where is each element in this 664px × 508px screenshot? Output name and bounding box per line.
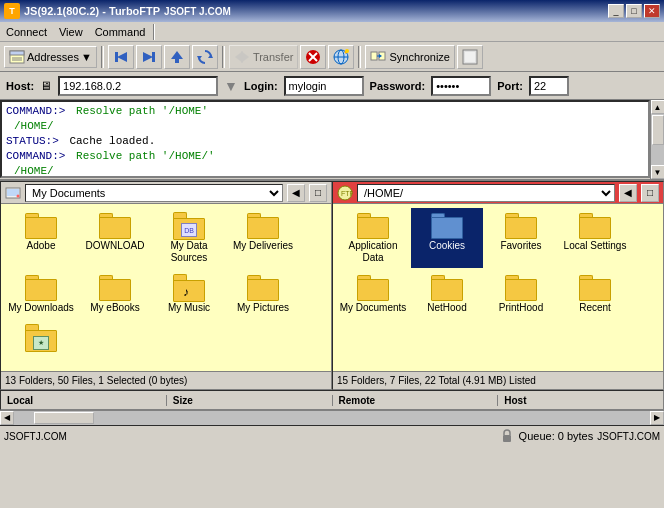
list-item[interactable]: My Documents <box>337 270 409 318</box>
folder-icon <box>247 212 279 240</box>
svg-point-29 <box>17 194 20 197</box>
log-line-5: /HOME/ <box>6 164 644 178</box>
log-line-2: /HOME/ <box>6 119 644 134</box>
folder-icon <box>25 212 57 240</box>
transfer-size-col: Size <box>167 395 333 406</box>
scroll-thumb[interactable] <box>652 115 664 145</box>
local-panel: My Documents ◀ □ Adobe <box>0 181 332 390</box>
folder-icon <box>99 274 131 302</box>
scroll-down-btn[interactable]: ▼ <box>651 165 665 179</box>
hscroll-thumb[interactable] <box>34 412 94 424</box>
list-item[interactable]: PrintHood <box>485 270 557 318</box>
horizontal-scrollbar[interactable]: ◀ ▶ <box>0 410 664 424</box>
up-button[interactable] <box>164 45 190 69</box>
hscroll-left-btn[interactable]: ◀ <box>0 411 14 425</box>
host-input[interactable] <box>58 76 218 96</box>
folder-special-icon: DB <box>173 212 205 240</box>
password-label: Password: <box>370 80 426 92</box>
list-item[interactable]: My Pictures <box>227 270 299 318</box>
stop-button[interactable] <box>300 45 326 69</box>
close-button[interactable]: ✕ <box>644 4 660 18</box>
file-label: NetHood <box>427 302 466 314</box>
remote-panel-btn2[interactable]: □ <box>641 184 659 202</box>
file-label: Application Data <box>339 240 407 264</box>
file-label: Recent <box>579 302 611 314</box>
extra-button[interactable] <box>457 45 483 69</box>
log-scrollbar[interactable]: ▲ ▼ <box>650 100 664 179</box>
port-label: Port: <box>497 80 523 92</box>
list-item[interactable]: DOWNLOAD <box>79 208 151 268</box>
file-label: My Downloads <box>8 302 74 314</box>
addresses-button[interactable]: Addresses ▼ <box>4 46 97 68</box>
local-panel-content: Adobe DOWNLOAD <box>1 204 331 371</box>
log-line-1: COMMAND:> Resolve path '/HOME' <box>6 104 644 119</box>
local-file-grid: Adobe DOWNLOAD <box>5 208 327 356</box>
list-item[interactable]: ★ <box>5 320 77 356</box>
password-input[interactable] <box>431 76 491 96</box>
transfer-host-col: Host <box>498 395 663 406</box>
remote-panel-btn1[interactable]: ◀ <box>619 184 637 202</box>
login-input[interactable] <box>284 76 364 96</box>
list-item[interactable]: My eBooks <box>79 270 151 318</box>
scroll-track <box>651 114 665 165</box>
host-icon: 🖥 <box>40 79 52 93</box>
addresses-icon <box>9 49 25 65</box>
svg-text:FTP: FTP <box>341 190 353 197</box>
back-button[interactable] <box>108 45 134 69</box>
browser-icon <box>333 49 349 65</box>
refresh-button[interactable] <box>192 45 218 69</box>
file-label: My Music <box>168 302 210 314</box>
list-item[interactable]: Local Settings <box>559 208 631 268</box>
forward-button[interactable] <box>136 45 162 69</box>
menu-separator <box>153 24 155 40</box>
host-dropdown-btn[interactable]: ▼ <box>224 78 238 94</box>
toolbar-sep-2 <box>222 46 225 68</box>
log-line-4: COMMAND:> Resolve path '/HOME/' <box>6 149 644 164</box>
synchronize-button[interactable]: Synchronize <box>365 45 455 69</box>
list-item[interactable]: DB My Data Sources <box>153 208 225 268</box>
scroll-up-btn[interactable]: ▲ <box>651 100 665 114</box>
transfer-local-col: Local <box>1 395 167 406</box>
title-bar-left: T JS(92.1(80C.2) - TurboFTP JSOFT J.COM <box>4 3 311 19</box>
folder-icon <box>431 212 463 240</box>
hscroll-right-btn[interactable]: ▶ <box>650 411 664 425</box>
browser-button[interactable] <box>328 45 354 69</box>
maximize-button[interactable]: □ <box>626 4 642 18</box>
list-item[interactable]: My Downloads <box>5 270 77 318</box>
transfer-button[interactable]: Transfer <box>229 45 299 69</box>
list-item[interactable]: Recent <box>559 270 631 318</box>
svg-rect-9 <box>175 59 179 63</box>
log-line-3: STATUS:> Cache loaded. <box>6 134 644 149</box>
list-item[interactable]: NetHood <box>411 270 483 318</box>
local-panel-btn2[interactable]: □ <box>309 184 327 202</box>
list-item[interactable]: Adobe <box>5 208 77 268</box>
login-label: Login: <box>244 80 278 92</box>
menu-command[interactable]: Command <box>89 24 152 40</box>
list-item[interactable]: My Deliveries <box>227 208 299 268</box>
menu-connect[interactable]: Connect <box>0 24 53 40</box>
menu-view[interactable]: View <box>53 24 89 40</box>
app-icon: T <box>4 3 20 19</box>
minimize-button[interactable]: _ <box>608 4 624 18</box>
svg-rect-26 <box>465 52 475 62</box>
local-panel-btn1[interactable]: ◀ <box>287 184 305 202</box>
list-item[interactable]: Favorites <box>485 208 557 268</box>
list-item[interactable]: Cookies <box>411 208 483 268</box>
up-icon <box>169 49 185 65</box>
port-input[interactable] <box>529 76 569 96</box>
folder-icon <box>247 274 279 302</box>
window-controls: _ □ ✕ <box>608 4 660 18</box>
local-path-select[interactable]: My Documents <box>25 184 283 202</box>
remote-file-grid: Application Data Cookies <box>337 208 659 318</box>
synchronize-label: Synchronize <box>389 51 450 63</box>
remote-path-select[interactable]: /HOME/ <box>357 184 615 202</box>
folder-icon <box>99 212 131 240</box>
file-label: Favorites <box>500 240 541 252</box>
local-panel-status: 13 Folders, 50 Files, 1 Selected (0 byte… <box>1 371 331 389</box>
log-container: COMMAND:> Resolve path '/HOME' /HOME/ ST… <box>0 100 664 180</box>
list-item[interactable]: Application Data <box>337 208 409 268</box>
folder-icon <box>505 212 537 240</box>
folder-icon <box>579 212 611 240</box>
file-label: Local Settings <box>564 240 627 252</box>
list-item[interactable]: ♪ My Music <box>153 270 225 318</box>
